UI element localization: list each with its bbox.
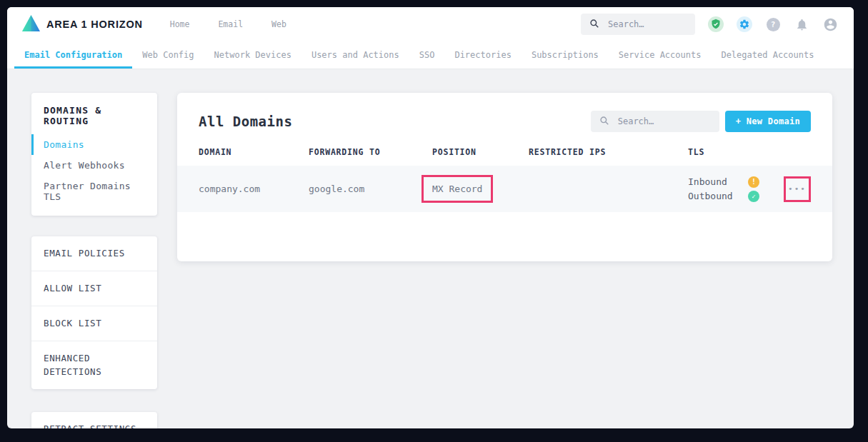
- nav-web[interactable]: Web: [271, 19, 286, 29]
- top-nav: Home Email Web: [170, 19, 286, 29]
- sidebar-item-domains[interactable]: Domains: [31, 134, 157, 155]
- search-icon: [599, 115, 609, 129]
- domains-search-input[interactable]: [617, 116, 711, 127]
- domains-table: DOMAIN FORWARDING TO POSITION RESTRICTED…: [177, 147, 832, 212]
- page-content: DOMAINS & ROUTING Domains Alert Webhooks…: [7, 69, 854, 428]
- app-window: AREA 1 HORIZON Home Email Web: [7, 7, 854, 428]
- panel-header: All Domains + New Domain: [177, 93, 832, 132]
- policies-card: EMAIL POLICIES ALLOW LIST BLOCK LIST ENH…: [31, 236, 157, 389]
- tls-cell: Inbound Outbound: [688, 176, 776, 202]
- all-domains-panel: All Domains + New Domain DOMAI: [177, 93, 832, 261]
- tls-inbound-status: Inbound: [688, 176, 759, 188]
- settings-sidebar: DOMAINS & ROUTING Domains Alert Webhooks…: [31, 93, 157, 428]
- position-cell: MX Record: [432, 175, 529, 203]
- logo[interactable]: AREA 1 HORIZON: [21, 14, 143, 35]
- sidebar-item-allow-list[interactable]: ALLOW LIST: [31, 271, 157, 306]
- sidebar-item-alert-webhooks[interactable]: Alert Webhooks: [31, 155, 157, 176]
- tls-inbound-label: Inbound: [688, 176, 727, 187]
- global-search-input[interactable]: [607, 19, 687, 30]
- settings-gear-icon[interactable]: [737, 16, 752, 32]
- sidebar-item-partner-domains-tls[interactable]: Partner Domains TLS: [31, 176, 157, 207]
- logo-triangle-icon: [21, 14, 41, 35]
- retract-settings-card: RETRACT SETTINGS: [31, 412, 157, 428]
- sidebar-item-retract-settings[interactable]: RETRACT SETTINGS: [31, 412, 157, 428]
- global-search[interactable]: [581, 14, 695, 35]
- domains-search[interactable]: [591, 111, 719, 132]
- search-icon: [589, 18, 599, 31]
- tab-users-and-actions[interactable]: Users and Actions: [301, 41, 409, 69]
- warning-icon: [748, 176, 759, 188]
- notifications-bell-icon[interactable]: [794, 16, 809, 32]
- tab-subscriptions[interactable]: Subscriptions: [522, 41, 609, 69]
- column-header-tls: TLS: [688, 147, 776, 157]
- check-icon: [748, 191, 759, 202]
- nav-home[interactable]: Home: [170, 19, 190, 29]
- help-icon[interactable]: [765, 16, 781, 32]
- tab-sso[interactable]: SSO: [409, 41, 445, 69]
- sidebar-item-block-list[interactable]: BLOCK LIST: [31, 306, 157, 341]
- nav-email[interactable]: Email: [218, 19, 243, 29]
- column-header-restricted-ips: RESTRICTED IPS: [529, 147, 688, 157]
- section-tabbar: Email Configuration Web Config Network D…: [7, 41, 854, 69]
- tls-outbound-label: Outbound: [688, 191, 733, 201]
- logo-text: AREA 1 HORIZON: [46, 19, 143, 30]
- position-value: MX Record: [432, 184, 482, 194]
- column-header-position: POSITION: [432, 147, 529, 157]
- column-header-forwarding-to: FORWARDING TO: [309, 147, 432, 157]
- tab-delegated-accounts[interactable]: Delegated Accounts: [711, 41, 824, 69]
- panel-actions: + New Domain: [591, 111, 811, 132]
- tab-email-configuration[interactable]: Email Configuration: [14, 41, 132, 69]
- tab-network-devices[interactable]: Network Devices: [204, 41, 301, 69]
- column-header-domain: DOMAIN: [199, 147, 309, 157]
- domains-routing-title: DOMAINS & ROUTING: [31, 105, 157, 126]
- more-options-icon: [788, 185, 807, 193]
- domains-routing-card: DOMAINS & ROUTING Domains Alert Webhooks…: [31, 93, 157, 216]
- tab-service-accounts[interactable]: Service Accounts: [609, 41, 712, 69]
- forwarding-to-cell: google.com: [309, 184, 432, 194]
- sidebar-item-email-policies[interactable]: EMAIL POLICIES: [31, 236, 157, 271]
- sidebar-item-enhanced-detections[interactable]: ENHANCED DETECTIONS: [31, 341, 157, 388]
- tab-web-config[interactable]: Web Config: [132, 41, 204, 69]
- tls-outbound-status: Outbound: [688, 191, 759, 202]
- top-header: AREA 1 HORIZON Home Email Web: [7, 7, 854, 41]
- user-avatar-icon[interactable]: [822, 16, 838, 32]
- new-domain-button[interactable]: + New Domain: [725, 111, 811, 132]
- header-actions: [581, 14, 838, 35]
- position-value-highlight-box: MX Record: [421, 175, 493, 203]
- table-header-row: DOMAIN FORWARDING TO POSITION RESTRICTED…: [177, 147, 832, 157]
- shield-check-icon[interactable]: [708, 16, 724, 32]
- domain-cell: company.com: [199, 184, 309, 194]
- row-actions-button[interactable]: [784, 176, 811, 202]
- tab-directories[interactable]: Directories: [444, 41, 521, 69]
- actions-cell: [784, 176, 811, 202]
- page-title: All Domains: [199, 114, 292, 129]
- table-row[interactable]: company.com google.com MX Record Inbound: [177, 166, 832, 212]
